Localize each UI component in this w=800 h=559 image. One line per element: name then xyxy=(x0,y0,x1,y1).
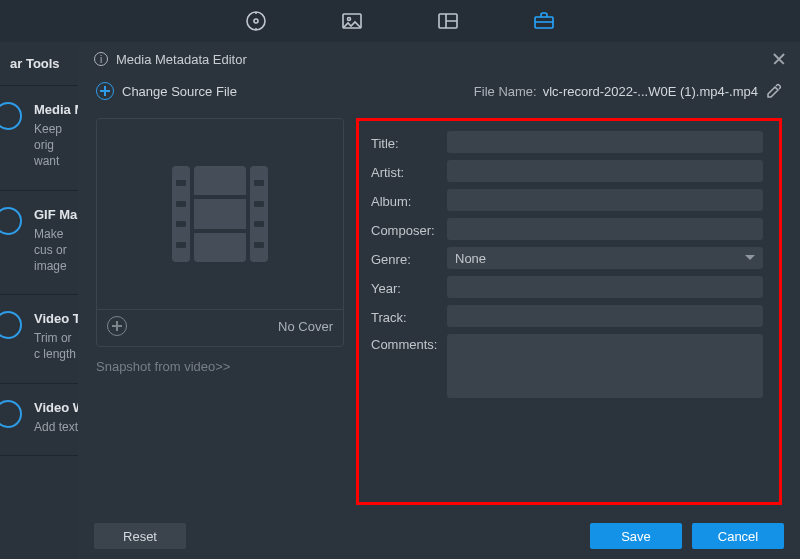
cover-column: No Cover Snapshot from video>> xyxy=(96,118,344,505)
filename-label: File Name: xyxy=(474,84,537,99)
tool-badge-icon xyxy=(0,207,22,235)
year-input[interactable] xyxy=(447,276,763,298)
tools-sidebar: ar Tools Media M Keep orig want GIF Mak … xyxy=(0,42,90,559)
image-icon[interactable] xyxy=(340,9,364,33)
sidebar-item[interactable]: Video Tr Trim or c length xyxy=(0,295,90,383)
source-row: Change Source File File Name: vlc-record… xyxy=(78,76,800,118)
dialog-title: Media Metadata Editor xyxy=(116,52,247,67)
comments-label: Comments: xyxy=(371,334,447,352)
sidebar-item[interactable]: GIF Mak Make cus or image xyxy=(0,191,90,296)
snapshot-link[interactable]: Snapshot from video>> xyxy=(96,359,344,374)
album-label: Album: xyxy=(371,191,447,209)
reset-button[interactable]: Reset xyxy=(94,523,186,549)
filename-value: vlc-record-2022-...W0E (1).mp4-.mp4 xyxy=(543,84,758,99)
chevron-down-icon xyxy=(745,255,755,260)
tool-badge-icon xyxy=(0,400,22,428)
film-icon xyxy=(172,166,268,262)
year-label: Year: xyxy=(371,278,447,296)
dialog-titlebar: i Media Metadata Editor xyxy=(78,42,800,76)
change-source-link[interactable]: Change Source File xyxy=(122,84,237,99)
dialog-footer: Reset Save Cancel xyxy=(78,513,800,559)
album-input[interactable] xyxy=(447,189,763,211)
cancel-button[interactable]: Cancel xyxy=(692,523,784,549)
artist-input[interactable] xyxy=(447,160,763,182)
close-button[interactable] xyxy=(770,50,788,68)
edit-filename-button[interactable] xyxy=(766,83,782,99)
sidebar-item[interactable]: Media M Keep orig want xyxy=(0,86,90,191)
genre-selected-value: None xyxy=(455,251,486,266)
cover-frame: No Cover xyxy=(96,118,344,347)
composer-input[interactable] xyxy=(447,218,763,240)
save-button[interactable]: Save xyxy=(590,523,682,549)
comments-textarea[interactable] xyxy=(447,334,763,398)
info-icon: i xyxy=(94,52,108,66)
composer-label: Composer: xyxy=(371,220,447,238)
no-cover-label: No Cover xyxy=(127,319,333,334)
svg-point-0 xyxy=(247,12,265,30)
title-label: Title: xyxy=(371,133,447,151)
disc-icon[interactable] xyxy=(244,9,268,33)
svg-point-1 xyxy=(254,19,258,23)
metadata-editor-dialog: i Media Metadata Editor Change Source Fi… xyxy=(78,42,800,559)
top-app-bar xyxy=(0,0,800,42)
add-cover-button[interactable] xyxy=(107,316,127,336)
tool-badge-icon xyxy=(0,102,22,130)
cover-placeholder xyxy=(97,119,343,309)
tool-badge-icon xyxy=(0,311,22,339)
toolbox-icon[interactable] xyxy=(532,9,556,33)
sidebar-heading: ar Tools xyxy=(0,42,90,86)
track-label: Track: xyxy=(371,307,447,325)
genre-label: Genre: xyxy=(371,249,447,267)
plus-icon xyxy=(96,82,114,100)
layout-icon[interactable] xyxy=(436,9,460,33)
artist-label: Artist: xyxy=(371,162,447,180)
track-input[interactable] xyxy=(447,305,763,327)
genre-select[interactable]: None xyxy=(447,247,763,269)
sidebar-item[interactable]: Video W Add text xyxy=(0,384,90,456)
metadata-form: Title: Artist: Album: Composer: Genre: N… xyxy=(356,118,782,505)
title-input[interactable] xyxy=(447,131,763,153)
svg-point-3 xyxy=(348,18,351,21)
